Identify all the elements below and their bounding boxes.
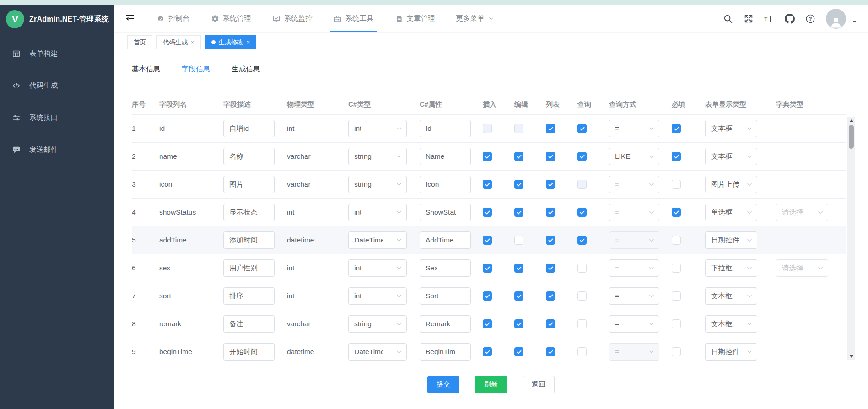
scrollbar-thumb[interactable] xyxy=(849,125,854,149)
r3-display-type-select[interactable]: 图片上传 xyxy=(705,176,757,193)
github-icon[interactable] xyxy=(785,14,795,24)
r3-insert-checkbox[interactable] xyxy=(483,180,492,189)
r9-desc-input[interactable] xyxy=(223,343,275,361)
avatar[interactable] xyxy=(826,9,846,29)
r9-cs-type-select[interactable]: DateTime xyxy=(348,343,407,361)
r6-insert-checkbox[interactable] xyxy=(483,264,492,273)
r7-cs-prop-input[interactable] xyxy=(420,287,471,305)
r4-list-checkbox[interactable] xyxy=(546,208,555,217)
r1-query-type-select[interactable]: = xyxy=(609,120,659,137)
r8-display-type-select[interactable]: 文本框 xyxy=(705,315,757,333)
r8-cs-prop-input[interactable] xyxy=(420,315,471,333)
help-icon[interactable]: ? xyxy=(805,14,815,24)
vertical-scrollbar[interactable] xyxy=(847,117,855,360)
r3-list-checkbox[interactable] xyxy=(546,180,555,189)
r4-cs-prop-input[interactable] xyxy=(420,204,471,221)
r4-query-checkbox[interactable] xyxy=(577,208,587,217)
r7-insert-checkbox[interactable] xyxy=(483,291,492,301)
close-icon[interactable]: × xyxy=(247,39,250,45)
r5-display-type-select[interactable]: 日期控件 xyxy=(705,231,757,249)
r6-cs-type-select[interactable]: int xyxy=(348,259,407,277)
sidebar-item-send-mail[interactable]: 发送邮件 xyxy=(0,134,114,166)
r6-required-checkbox[interactable] xyxy=(672,264,681,273)
r9-cs-prop-input[interactable] xyxy=(420,343,471,361)
submit-button[interactable]: 提交 xyxy=(427,376,459,393)
r2-required-checkbox[interactable] xyxy=(672,152,681,161)
r6-edit-checkbox[interactable] xyxy=(514,264,523,273)
nav-item-article-manage[interactable]: 文章管理 xyxy=(395,5,435,32)
r8-query-type-select[interactable]: = xyxy=(609,315,659,333)
r4-cs-type-select[interactable]: int xyxy=(348,204,407,221)
tab-basic-info[interactable]: 基本信息 xyxy=(132,65,160,81)
r8-list-checkbox[interactable] xyxy=(546,319,555,328)
tab-generate-info[interactable]: 生成信息 xyxy=(232,65,260,81)
r5-edit-checkbox[interactable] xyxy=(514,236,523,245)
r2-edit-checkbox[interactable] xyxy=(514,152,523,161)
chevron-down-icon[interactable] xyxy=(852,19,857,24)
r2-insert-checkbox[interactable] xyxy=(483,152,492,161)
r8-edit-checkbox[interactable] xyxy=(514,319,523,328)
r3-desc-input[interactable] xyxy=(223,176,275,193)
r2-cs-type-select[interactable]: string xyxy=(348,148,407,165)
r7-query-type-select[interactable]: = xyxy=(609,287,659,305)
r6-cs-prop-input[interactable] xyxy=(420,259,471,277)
r8-insert-checkbox[interactable] xyxy=(483,319,492,328)
r1-list-checkbox[interactable] xyxy=(546,124,555,133)
r1-required-checkbox[interactable] xyxy=(672,124,681,133)
sidebar-item-code-generate[interactable]: 代码生成 xyxy=(0,70,114,102)
scroll-down-arrow-icon[interactable] xyxy=(847,353,855,360)
tag-generate-edit[interactable]: 生成修改× xyxy=(205,35,257,49)
r5-cs-type-select[interactable]: DateTime xyxy=(348,231,407,249)
fullscreen-icon[interactable] xyxy=(744,14,754,24)
r6-dict-type-select[interactable]: 请选择 xyxy=(776,259,828,277)
r6-query-type-select[interactable]: = xyxy=(609,259,659,277)
r5-list-checkbox[interactable] xyxy=(546,236,555,245)
tab-field-info[interactable]: 字段信息 xyxy=(182,65,210,81)
r7-query-checkbox[interactable] xyxy=(577,291,587,301)
r8-desc-input[interactable] xyxy=(223,315,275,333)
r2-list-checkbox[interactable] xyxy=(546,152,555,161)
r1-query-checkbox[interactable] xyxy=(577,124,587,133)
r6-list-checkbox[interactable] xyxy=(546,264,555,273)
r9-list-checkbox[interactable] xyxy=(546,347,555,356)
r6-query-checkbox[interactable] xyxy=(577,264,587,273)
nav-item-dashboard[interactable]: 控制台 xyxy=(156,5,190,32)
r3-query-type-select[interactable]: = xyxy=(609,176,659,193)
tag-home[interactable]: 首页 xyxy=(127,35,152,49)
r5-query-checkbox[interactable] xyxy=(577,236,587,245)
refresh-button[interactable]: 刷新 xyxy=(475,376,507,393)
r2-query-type-select[interactable]: LIKE xyxy=(609,148,659,165)
r9-required-checkbox[interactable] xyxy=(672,347,681,356)
nav-item-system-monitor[interactable]: 系统监控 xyxy=(272,5,313,32)
r1-cs-prop-input[interactable] xyxy=(420,120,471,137)
nav-item-system-tools[interactable]: 系统工具 xyxy=(334,5,374,32)
r7-desc-input[interactable] xyxy=(223,287,275,305)
r7-required-checkbox[interactable] xyxy=(672,291,681,301)
r2-query-checkbox[interactable] xyxy=(577,152,587,161)
search-icon[interactable] xyxy=(723,14,733,24)
r6-desc-input[interactable] xyxy=(223,259,275,277)
r7-display-type-select[interactable]: 文本框 xyxy=(705,287,757,305)
r4-required-checkbox[interactable] xyxy=(672,208,681,217)
r7-edit-checkbox[interactable] xyxy=(514,291,523,301)
r5-insert-checkbox[interactable] xyxy=(483,236,492,245)
r1-desc-input[interactable] xyxy=(223,120,275,137)
fold-sidebar-icon[interactable] xyxy=(124,13,135,24)
r3-cs-prop-input[interactable] xyxy=(420,176,471,193)
sidebar-item-form-builder[interactable]: 表单构建 xyxy=(0,38,114,70)
r8-cs-type-select[interactable]: string xyxy=(348,315,407,333)
r6-display-type-select[interactable]: 下拉框 xyxy=(705,259,757,277)
r3-required-checkbox[interactable] xyxy=(672,180,681,189)
r3-edit-checkbox[interactable] xyxy=(514,180,523,189)
r2-display-type-select[interactable]: 文本框 xyxy=(705,148,757,165)
r2-cs-prop-input[interactable] xyxy=(420,148,471,165)
font-size-icon[interactable]: TT xyxy=(764,14,774,24)
r4-edit-checkbox[interactable] xyxy=(514,208,523,217)
r3-cs-type-select[interactable]: string xyxy=(348,176,407,193)
nav-item-system-manage[interactable]: 系统管理 xyxy=(211,5,251,32)
r4-query-type-select[interactable]: = xyxy=(609,204,659,221)
nav-item-more-menu[interactable]: 更多菜单 xyxy=(456,5,494,32)
r5-cs-prop-input[interactable] xyxy=(420,231,471,249)
r8-required-checkbox[interactable] xyxy=(672,319,681,328)
sidebar-item-system-interface[interactable]: 系统接口 xyxy=(0,102,114,134)
